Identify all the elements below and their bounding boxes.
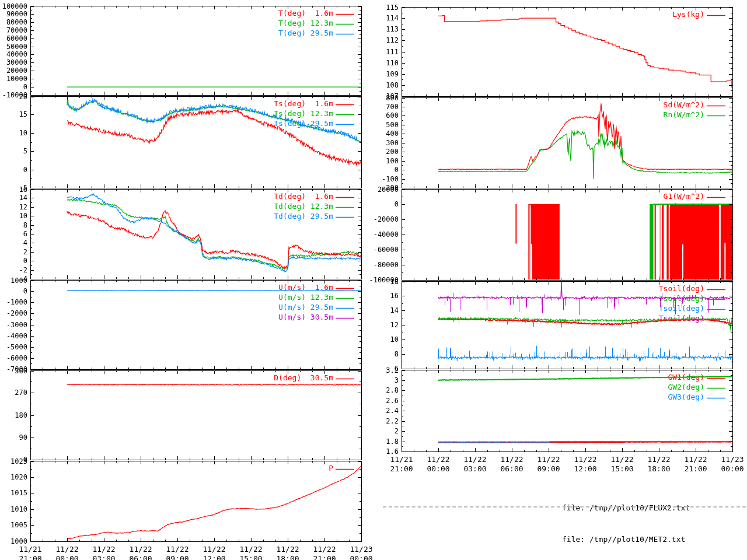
gnuplot-multipanel-view: file: /tmp//plot10/FLUX2.txt file: /tmp/… <box>0 0 747 560</box>
flux-file-path: file: /tmp//plot10/FLUX2.txt <box>562 503 690 513</box>
footer-files: file: /tmp//plot10/FLUX2.txt file: /tmp/… <box>562 482 690 560</box>
met-file-path: file: /tmp//plot10/MET2.txt <box>562 534 690 545</box>
charts-canvas <box>0 0 747 560</box>
dashed-separator <box>383 506 746 508</box>
